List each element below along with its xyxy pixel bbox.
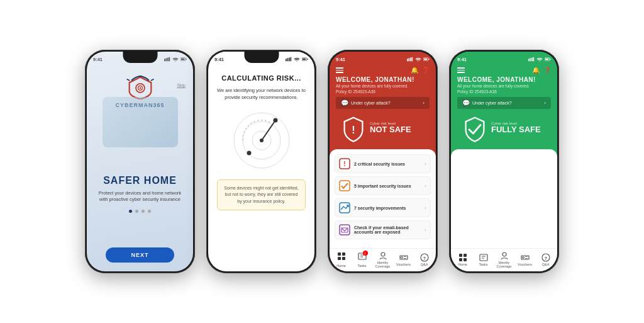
policy-line2-3: Policy ID 254923-A36 bbox=[336, 89, 430, 94]
chevron-2: › bbox=[425, 183, 426, 189]
splash-skip-button[interactable]: Skip bbox=[177, 83, 186, 88]
svg-rect-1 bbox=[166, 58, 167, 61]
svg-rect-2 bbox=[167, 58, 169, 62]
issue-row-4[interactable]: Check if your email-based accounts are e… bbox=[335, 220, 431, 239]
vouchers-icon bbox=[399, 253, 408, 262]
red-header: 🔔 ❓ WELCOME, JONATHAN! All your home dev… bbox=[330, 65, 436, 149]
svg-rect-56 bbox=[530, 58, 531, 61]
cyber-attack-bar-4[interactable]: 💬 Under cyber attack? › bbox=[457, 97, 551, 109]
cyber-attack-left-4: 💬 Under cyber attack? bbox=[462, 99, 512, 106]
nav-vouchers-4[interactable]: Vouchers bbox=[514, 253, 535, 267]
status-icons-1 bbox=[164, 57, 187, 62]
risk-label-area-3: Cyber risk level NOT SAFE bbox=[370, 122, 411, 134]
phone-splash: 9:41 Skip bbox=[85, 50, 195, 273]
svg-rect-64 bbox=[464, 254, 467, 257]
help-icon-4[interactable]: ❓ bbox=[543, 67, 551, 74]
svg-point-30 bbox=[418, 60, 418, 61]
svg-rect-0 bbox=[164, 59, 165, 61]
issue-row-2[interactable]: 5 important security issues › bbox=[335, 176, 431, 195]
svg-rect-26 bbox=[407, 59, 408, 61]
nav-identity-3[interactable]: Identity Coverage bbox=[372, 251, 393, 269]
risk-badge-4: Cyber risk level FULLY SAFE bbox=[457, 111, 551, 144]
radar-svg bbox=[230, 109, 293, 172]
nav-tasks-label-3: Tasks bbox=[357, 264, 366, 268]
qa-icon: ? bbox=[420, 253, 429, 262]
svg-text:?: ? bbox=[544, 256, 547, 261]
email-icon bbox=[339, 224, 350, 235]
tasks-icon-wrap: 1 bbox=[358, 252, 367, 263]
identity-icon bbox=[379, 251, 387, 260]
issue-text-1: 2 critical security issues bbox=[354, 162, 421, 166]
alert-icon: ! bbox=[339, 158, 350, 169]
issues-card: ! 2 critical security issues › 5 importa… bbox=[330, 149, 436, 248]
hamburger-menu-4[interactable] bbox=[457, 67, 465, 73]
status-time-4: 9:41 bbox=[457, 57, 467, 62]
welcome-text-4: WELCOME, JONATHAN! bbox=[457, 76, 551, 83]
bottom-nav-3: Home 1 Tasks Identity Coverage Vouchers bbox=[330, 248, 436, 271]
issue-row-1[interactable]: ! 2 critical security issues › bbox=[335, 154, 431, 173]
svg-rect-65 bbox=[459, 258, 462, 261]
svg-point-24 bbox=[247, 150, 251, 155]
svg-rect-41 bbox=[338, 252, 341, 256]
svg-text:!: ! bbox=[343, 161, 345, 167]
nav-vouchers-3[interactable]: Vouchers bbox=[393, 253, 414, 267]
nav-qa-3[interactable]: ? Q&A bbox=[414, 253, 435, 267]
svg-point-23 bbox=[273, 118, 277, 122]
svg-rect-28 bbox=[410, 58, 411, 62]
chevron-3: › bbox=[425, 205, 426, 211]
status-icons-3 bbox=[407, 57, 430, 62]
issue-row-3[interactable]: 7 security improvements › bbox=[335, 198, 431, 217]
policy-line1-4: All your home devices are fully covered. bbox=[457, 83, 551, 89]
splash-subtitle: Protect your devices and home network wi… bbox=[94, 190, 186, 203]
svg-rect-14 bbox=[291, 57, 292, 62]
notch bbox=[487, 52, 521, 63]
dot-4 bbox=[148, 210, 151, 213]
nav-home-label-3: Home bbox=[336, 264, 346, 268]
nav-tasks-3[interactable]: 1 Tasks bbox=[352, 252, 372, 268]
nav-tasks-4[interactable]: Tasks bbox=[473, 253, 494, 267]
phones-container: 9:41 Skip bbox=[79, 0, 565, 323]
home-icon-wrap bbox=[337, 252, 346, 263]
dot-3 bbox=[142, 210, 145, 213]
risk-status-3: NOT SAFE bbox=[370, 125, 411, 134]
notification-icon-4[interactable]: 🔔 bbox=[532, 67, 540, 74]
calc-title: CALCULATING RISK... bbox=[221, 74, 301, 82]
nav-home-4[interactable]: Home bbox=[452, 253, 473, 267]
cyber-attack-bar-3[interactable]: 💬 Under cyber attack? › bbox=[336, 97, 430, 109]
nav-tasks-label-4: Tasks bbox=[479, 263, 487, 267]
radar-diagram bbox=[230, 109, 293, 172]
shield-not-safe-icon: ! bbox=[342, 116, 365, 139]
splash-family-image bbox=[103, 97, 178, 147]
svg-line-22 bbox=[262, 120, 275, 140]
svg-rect-55 bbox=[528, 59, 530, 61]
svg-point-10 bbox=[139, 88, 141, 89]
svg-rect-33 bbox=[429, 59, 430, 59]
safe-content-area bbox=[451, 149, 557, 248]
svg-rect-12 bbox=[287, 58, 289, 61]
nav-identity-4[interactable]: Identity Coverage bbox=[494, 251, 514, 269]
improvement-icon bbox=[339, 202, 350, 213]
dot-1 bbox=[129, 210, 132, 213]
tasks-icon-4 bbox=[479, 253, 488, 262]
status-time-2: 9:41 bbox=[214, 57, 224, 62]
help-icon[interactable]: ❓ bbox=[422, 67, 430, 74]
nav-qa-label-4: Q&A bbox=[542, 263, 550, 267]
chevron-right-icon: › bbox=[423, 100, 425, 106]
svg-point-15 bbox=[296, 60, 297, 61]
svg-text:?: ? bbox=[423, 256, 425, 261]
svg-rect-6 bbox=[181, 59, 184, 60]
next-button[interactable]: NEXT bbox=[106, 247, 174, 263]
header-icons-4: 🔔 ❓ bbox=[532, 67, 551, 74]
status-time-3: 9:41 bbox=[336, 57, 345, 62]
nav-home-3[interactable]: Home bbox=[331, 252, 352, 268]
issue-text-4: Check if your email-based accounts are e… bbox=[354, 225, 421, 234]
nav-identity-label-3: Identity Coverage bbox=[372, 261, 393, 269]
svg-rect-11 bbox=[286, 59, 287, 61]
nav-qa-4[interactable]: ? Q&A bbox=[535, 253, 556, 267]
notch bbox=[123, 52, 157, 63]
hamburger-menu[interactable] bbox=[336, 67, 343, 73]
svg-rect-43 bbox=[338, 257, 341, 260]
notification-icon[interactable]: 🔔 bbox=[411, 67, 418, 74]
nav-qa-label-3: Q&A bbox=[421, 263, 428, 267]
notch bbox=[244, 52, 279, 63]
